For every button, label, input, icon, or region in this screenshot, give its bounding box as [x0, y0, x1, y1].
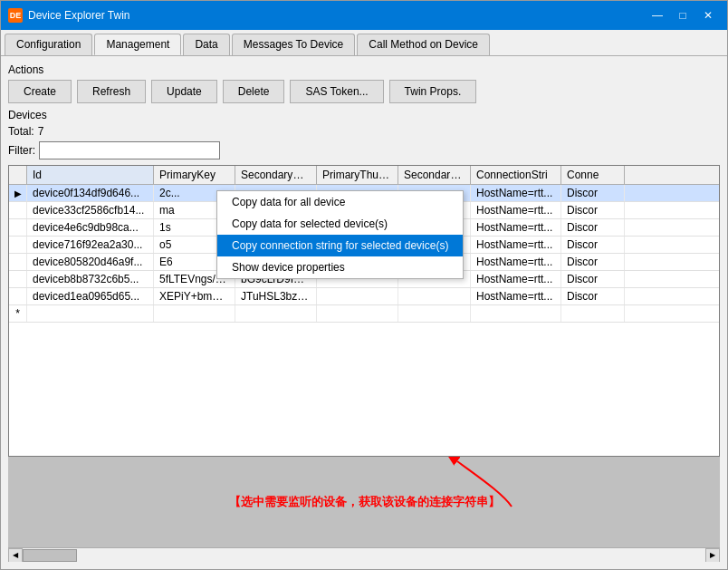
cell-id: device4e6c9db98ca... [27, 219, 154, 236]
context-item-copy-connection[interactable]: Copy connection string for selected devi… [217, 235, 463, 256]
app-icon: DE [8, 8, 23, 23]
th-selector [9, 166, 27, 184]
cell-cs: HostName=rtt... [471, 237, 561, 253]
devices-label: Devices [8, 109, 720, 121]
total-row: Total: 7 [8, 125, 720, 138]
th-pt: PrimaryThumb [317, 166, 398, 184]
row-arrow [9, 271, 27, 287]
context-item-copy-all[interactable]: Copy data for all device [217, 191, 463, 213]
tab-configuration[interactable]: Configuration [5, 34, 92, 55]
total-value: 7 [38, 125, 44, 138]
tab-data[interactable]: Data [183, 34, 229, 55]
delete-button[interactable]: Delete [223, 80, 285, 103]
scroll-left-button[interactable]: ◀ [8, 548, 23, 563]
context-item-show-properties[interactable]: Show device properties [217, 256, 463, 278]
cell-conn: Discor [561, 237, 625, 253]
cell-conn: Discor [561, 185, 625, 201]
cell-conn: Discor [561, 254, 625, 270]
cell-id: device33cf2586cfb14... [27, 202, 154, 218]
cell-id: device0f134df9d646... [27, 185, 154, 201]
context-item-copy-selected[interactable]: Copy data for selected device(s) [217, 213, 463, 235]
actions-row: Create Refresh Update Delete SAS Token..… [8, 80, 720, 103]
total-label: Total: [8, 125, 34, 138]
cell-cs: HostName=rtt... [471, 185, 561, 201]
tab-management[interactable]: Management [94, 34, 181, 55]
minimize-button[interactable]: — [646, 6, 669, 24]
tab-call-method-on-device[interactable]: Call Method on Device [357, 34, 490, 55]
sas-token-button[interactable]: SAS Token... [290, 80, 383, 103]
th-conn: Conne [561, 166, 625, 184]
filter-label: Filter: [8, 144, 35, 157]
row-arrow [9, 219, 27, 236]
table-row[interactable]: deviced1ea0965d65... XEPiY+bmO7... JTuHS… [9, 288, 719, 305]
scroll-thumb[interactable] [23, 549, 77, 562]
cell-id: deviced1ea0965d65... [27, 288, 154, 304]
cell-cs: HostName=rtt... [471, 202, 561, 218]
empty-marker: * [9, 305, 27, 322]
th-pk: PrimaryKey [154, 166, 235, 184]
tab-messages-to-device[interactable]: Messages To Device [232, 34, 356, 55]
cell-cs: HostName=rtt... [471, 288, 561, 304]
arrow-annotation [448, 457, 521, 511]
window-title: Device Explorer Twin [28, 9, 130, 22]
actions-label: Actions [8, 63, 720, 76]
cell-conn: Discor [561, 202, 625, 218]
annotation-area: 【选中需要监听的设备，获取该设备的连接字符串】 [8, 457, 720, 547]
cell-st [398, 288, 471, 304]
th-st: SecondaryThu [398, 166, 471, 184]
cell-id: device716f92ea2a30... [27, 237, 154, 253]
content-area: Actions Create Refresh Update Delete SAS… [1, 56, 727, 569]
cell-pk: XEPiY+bmO7... [154, 288, 235, 304]
th-id: Id [27, 166, 154, 184]
actions-section: Actions Create Refresh Update Delete SAS… [8, 63, 720, 103]
create-button[interactable]: Create [8, 80, 72, 103]
horizontal-scrollbar: ◀ ▶ [8, 547, 720, 562]
row-arrow [9, 288, 27, 304]
th-cs: ConnectionStri [471, 166, 561, 184]
scroll-right-button[interactable]: ▶ [705, 548, 720, 563]
filter-row: Filter: [8, 141, 720, 159]
title-bar: DE Device Explorer Twin — □ ✕ [1, 1, 727, 30]
table-row-empty: * [9, 305, 719, 323]
cell-sk: JTuHSL3bzh... [235, 288, 317, 304]
row-arrow [9, 254, 27, 270]
row-arrow: ▶ [9, 185, 27, 201]
table-header: Id PrimaryKey SecondaryKey PrimaryThumb … [9, 166, 719, 185]
refresh-button[interactable]: Refresh [77, 80, 146, 103]
context-menu: Copy data for all device Copy data for s… [216, 190, 464, 279]
filter-input[interactable] [39, 141, 220, 159]
cell-conn: Discor [561, 288, 625, 304]
devices-section: Devices Total: 7 Filter: [8, 109, 720, 159]
main-window: DE Device Explorer Twin — □ ✕ Configurat… [0, 0, 728, 570]
update-button[interactable]: Update [151, 80, 217, 103]
cell-cs: HostName=rtt... [471, 271, 561, 287]
tab-bar: Configuration Management Data Messages T… [1, 30, 727, 56]
scroll-track[interactable] [23, 548, 705, 563]
cell-conn: Discor [561, 271, 625, 287]
cell-id: deviceb8b8732c6b5... [27, 271, 154, 287]
cell-conn: Discor [561, 219, 625, 236]
title-bar-left: DE Device Explorer Twin [8, 8, 130, 23]
cell-cs: HostName=rtt... [471, 254, 561, 270]
title-controls: — □ ✕ [646, 6, 720, 24]
close-button[interactable]: ✕ [696, 6, 720, 24]
row-arrow [9, 202, 27, 218]
th-sk: SecondaryKey [235, 166, 317, 184]
cell-id: device805820d46a9f... [27, 254, 154, 270]
row-arrow [9, 237, 27, 253]
maximize-button[interactable]: □ [671, 6, 694, 24]
cell-pt [317, 288, 398, 304]
cell-cs: HostName=rtt... [471, 219, 561, 236]
twin-props-button[interactable]: Twin Props. [389, 80, 477, 103]
